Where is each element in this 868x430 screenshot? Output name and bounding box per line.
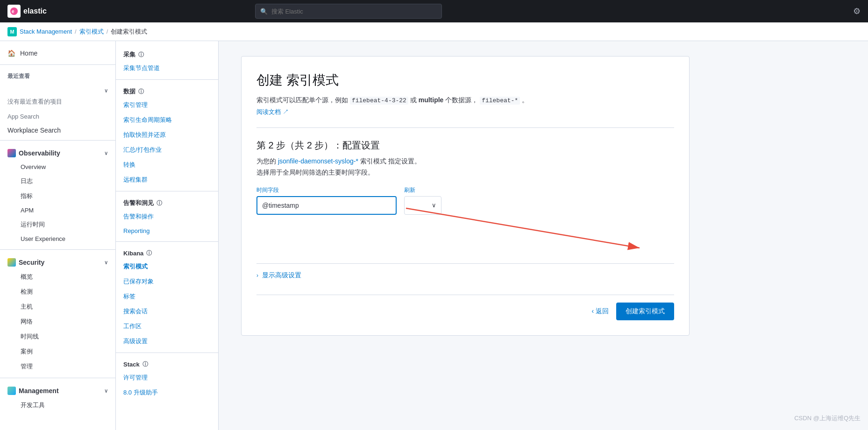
- nav-section-alerts: 告警和洞见 ⓘ: [116, 195, 218, 209]
- nav-alerts-info: ⓘ: [157, 199, 162, 207]
- nav-index-mgmt[interactable]: 索引管理: [116, 98, 218, 113]
- desc-line1: 索引模式可以匹配单个源，例如: [256, 96, 348, 104]
- nav-license[interactable]: 许可管理: [116, 370, 218, 385]
- breadcrumb-sep-1: /: [75, 28, 77, 35]
- nav-transform[interactable]: 转换: [116, 157, 218, 172]
- desc-code2: filebeat-*: [480, 97, 520, 105]
- desc-code1: filebeat-4-3-22: [350, 97, 408, 105]
- nav-section-stack: Stack ⓘ: [116, 357, 218, 370]
- nav-rollup[interactable]: 汇总/打包作业: [116, 142, 218, 157]
- sidebar-item-apm[interactable]: APM: [0, 204, 115, 217]
- sidebar-item-manage[interactable]: 管理: [0, 359, 115, 374]
- nav-ilm[interactable]: 索引生命周期策略: [116, 113, 218, 127]
- breadcrumb: M Stack Management / 索引模式 / 创建索引模式: [0, 22, 868, 41]
- pattern-name: jsonfile-daemonset-syslog-*: [278, 157, 358, 165]
- watermark: CSDN @上海运维Q先生: [794, 414, 861, 423]
- desc-end: 。: [522, 96, 528, 104]
- nav-kibana-info: ⓘ: [146, 249, 152, 257]
- step-desc-2-text: 索引模式 指定设置。: [360, 157, 421, 165]
- nav-remote-cluster[interactable]: 远程集群: [116, 172, 218, 187]
- desc-or: 或: [410, 96, 417, 104]
- sidebar-item-metrics[interactable]: 指标: [0, 189, 115, 204]
- elastic-logo-text: elastic: [23, 7, 47, 15]
- sidebar-divider-1: [0, 64, 115, 65]
- elastic-logo[interactable]: e elastic: [7, 5, 47, 18]
- nav-kibana-label: Kibana: [123, 250, 143, 257]
- sidebar-item-overview[interactable]: Overview: [0, 160, 115, 174]
- nav-data-info: ⓘ: [138, 88, 144, 96]
- sidebar-item-timeline[interactable]: 时间线: [0, 329, 115, 344]
- observability-icon: [7, 149, 16, 157]
- settings-icon[interactable]: ⚙: [853, 6, 861, 16]
- home-icon: 🏠: [7, 49, 15, 57]
- nav-pipeline[interactable]: 采集节点管道: [116, 61, 218, 76]
- nav-spaces[interactable]: 工作区: [116, 319, 218, 334]
- nav-alerts-label: 告警和洞见: [123, 199, 154, 207]
- breadcrumb-stack-management[interactable]: Stack Management: [20, 28, 72, 35]
- sidebar-item-uptime[interactable]: 运行时间: [0, 217, 115, 232]
- sidebar-item-network[interactable]: 网络: [0, 314, 115, 329]
- time-field-group: 时间字段: [256, 186, 397, 215]
- nav-collect-info: ⓘ: [138, 51, 144, 59]
- search-input[interactable]: [271, 8, 437, 15]
- sidebar-home[interactable]: 🏠 Home: [0, 45, 115, 62]
- nav-section-collect: 采集 ⓘ: [116, 47, 218, 61]
- time-field-input-wrap[interactable]: [256, 196, 397, 215]
- top-navigation: e elastic 🔍 ⚙: [0, 0, 868, 22]
- sidebar-security-section[interactable]: Security ∨: [0, 253, 115, 268]
- sidebar-item-cases[interactable]: 案例: [0, 344, 115, 359]
- breadcrumb-current: 创建索引模式: [111, 28, 147, 36]
- global-search-bar[interactable]: 🔍: [255, 4, 442, 19]
- advanced-toggle-label: 显示高级设置: [262, 271, 301, 280]
- footer-actions: ‹ 返回 创建索引模式: [256, 295, 674, 320]
- sidebar-divider-4: [0, 378, 115, 378]
- management-sub: 开发工具: [0, 397, 115, 414]
- nav-advanced-settings[interactable]: 高级设置: [116, 334, 218, 349]
- breadcrumb-sep-2: /: [107, 28, 108, 35]
- nav-tags[interactable]: 标签: [116, 289, 218, 304]
- page-card: 创建 索引模式 索引模式可以匹配单个源，例如 filebeat-4-3-22 或…: [241, 56, 690, 336]
- create-button[interactable]: 创建索引模式: [616, 303, 674, 320]
- search-icon: 🔍: [260, 8, 268, 15]
- advanced-toggle[interactable]: › 显示高级设置: [256, 271, 674, 280]
- observability-label: Observability: [19, 149, 60, 157]
- time-field-input[interactable]: [262, 202, 391, 209]
- step-desc-3: 选择用于全局时间筛选的主要时间字段。: [256, 169, 674, 177]
- security-icon: [7, 258, 16, 267]
- sidebar-item-hosts[interactable]: 主机: [0, 299, 115, 314]
- main-content-area: 创建 索引模式 索引模式可以匹配单个源，例如 filebeat-4-3-22 或…: [219, 41, 868, 430]
- sidebar-item-detections[interactable]: 检测: [0, 284, 115, 299]
- elastic-logo-icon: e: [7, 5, 21, 18]
- sidebar-item-overview-sec[interactable]: 概览: [0, 269, 115, 284]
- svg-text:e: e: [12, 9, 14, 14]
- arrow-annotation-container: [256, 222, 674, 260]
- sidebar-management-section[interactable]: Management ∨: [0, 381, 115, 397]
- nav-div-2: [116, 191, 218, 191]
- sidebar-observability-section[interactable]: Observability ∨: [0, 143, 115, 159]
- page-description: 索引模式可以匹配单个源，例如 filebeat-4-3-22 或 multipl…: [256, 95, 674, 106]
- sidebar-item-ux[interactable]: User Experience: [0, 232, 115, 246]
- sidebar-item-devtools[interactable]: 开发工具: [0, 398, 115, 413]
- sidebar-recently-section[interactable]: ∨: [0, 82, 115, 96]
- sidebar-item-logs[interactable]: 日志: [0, 174, 115, 189]
- doc-link[interactable]: 阅读文档 ↗: [256, 108, 289, 115]
- nav-section-kibana: Kibana ⓘ: [116, 246, 218, 259]
- nav-reporting[interactable]: Reporting: [116, 224, 218, 238]
- nav-upgrade[interactable]: 8.0 升级助手: [116, 385, 218, 400]
- sidebar-workplace-search[interactable]: Workplace Search: [0, 123, 115, 137]
- refresh-select[interactable]: ∨: [404, 196, 441, 215]
- nav-alerts-actions[interactable]: 告警和操作: [116, 209, 218, 224]
- left-sidebar: 🏠 Home 最近查看 ∨ 没有最近查看的项目 App Search Workp…: [0, 41, 116, 430]
- main-layout: 🏠 Home 最近查看 ∨ 没有最近查看的项目 App Search Workp…: [0, 41, 868, 430]
- sidebar-app-search[interactable]: App Search: [0, 110, 115, 123]
- sidebar-divider-2: [0, 140, 115, 141]
- back-button[interactable]: ‹ 返回: [591, 307, 609, 316]
- nav-snapshot[interactable]: 拍取快照并还原: [116, 127, 218, 142]
- observability-chevron: ∨: [104, 150, 108, 156]
- security-sub: 概览 检测 主机 网络 时间线 案例 管理: [0, 268, 115, 375]
- nav-div-4: [116, 352, 218, 353]
- nav-index-patterns[interactable]: 索引模式: [116, 259, 218, 274]
- breadcrumb-index-pattern[interactable]: 索引模式: [79, 28, 104, 36]
- nav-saved-objects[interactable]: 已保存对象: [116, 274, 218, 289]
- nav-search-sessions[interactable]: 搜索会话: [116, 304, 218, 319]
